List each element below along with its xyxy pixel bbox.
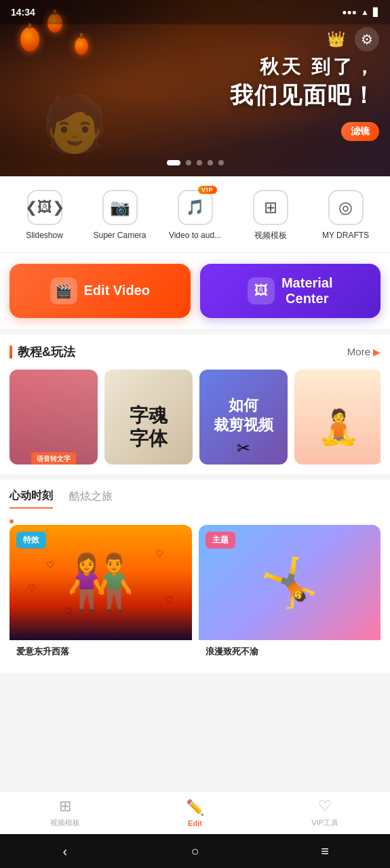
wifi-icon: ▲ [361,7,369,17]
tutorial-card-4-inner: 🧘 [294,370,381,465]
tutorial-title-group: 教程&玩法 [9,344,75,360]
hero-dot-2[interactable] [186,160,191,165]
couple-photo-icon: 🤸 [260,555,319,610]
heart-5: ♡ [165,594,174,605]
drafts-icon-wrap: ◎ [328,190,364,225]
system-nav-bar: ‹ ○ ≡ [0,834,390,868]
nav-item-video-template[interactable]: ⊞ 视频模板 [0,797,130,828]
title-accent-bar [9,345,12,359]
hero-banner: 🧑 👑 ⚙ 秋天 到了， 我们见面吧！ 滤镜 [0,0,390,176]
edit-nav-label: Edit [188,819,202,827]
material-icon: 🖼 [248,277,275,304]
tab-indicator [9,519,381,525]
quick-tools-section: ❮🖼❯ Slideshow 📷 Super Camera 🎵 VIP Video… [0,176,390,253]
tutorial-card-1-inner: 语音转文字功能上新 [9,370,98,465]
material-center-line1: Material [281,275,333,291]
vip-badge: VIP [198,186,217,194]
hero-dot-4[interactable] [208,160,213,165]
tool-super-camera[interactable]: 📷 Super Camera [90,190,151,241]
content-card-1-image: 特效 ♡ ♡ ♡ ♡ ♡ 👫 [9,525,192,640]
slideshow-label: Slideshow [26,231,63,241]
hero-person-silhouette: 🧑 [41,92,109,156]
tab-heartmoment[interactable]: 心动时刻 [9,489,53,509]
template-icon-wrap: ⊞ [253,190,288,225]
edit-nav-icon: ✏️ [186,799,204,816]
tutorial-card-2-inner: 字魂字体 [104,370,193,465]
super-camera-label: Super Camera [93,231,146,241]
hero-dot-3[interactable] [197,160,202,165]
video-template-nav-icon: ⊞ [59,797,71,815]
heart-1: ♡ [46,559,55,570]
video-template-nav-label: 视频模板 [50,818,80,828]
couple-silhouette-icon: 👫 [66,551,134,614]
audio-icon-wrap: 🎵 VIP [178,190,213,225]
edit-video-icon: 🎬 [50,277,77,304]
video-camera-icon: 🎬 [55,283,72,299]
content-card-1[interactable]: 特效 ♡ ♡ ♡ ♡ ♡ 👫 爱意东升西落 [9,525,192,663]
more-arrow-icon: ▶ [373,347,381,357]
tutorial-card-2-text: 字魂字体 [130,404,168,450]
tutorial-section: 教程&玩法 More ▶ 语音转文字功能上新 字魂字体 [0,334,390,474]
content-card-2-title: 浪漫致死不渝 [199,640,381,663]
tutorial-card-3[interactable]: 如何裁剪视频 ✂ [199,370,288,465]
material-image-icon: 🖼 [254,283,268,298]
material-center-text: Material Center [281,275,333,307]
tool-video-to-audio[interactable]: 🎵 VIP Video to aud... [165,190,226,241]
my-drafts-label: MY DRAFTS [322,231,369,241]
home-button[interactable]: ○ [181,837,208,865]
hero-dots [167,160,224,165]
hero-line2: 我们见面吧！ [230,80,376,111]
status-bar: 14:34 ●●● ▲ ▊ [0,0,390,24]
content-card-2[interactable]: 主题 🤸 浪漫致死不渝 [199,525,381,663]
tutorial-card-3-bg: 如何裁剪视频 ✂ [199,370,288,465]
tutorial-scroll: 语音转文字功能上新 字魂字体 如何裁剪视频 ✂ [9,370,381,474]
tool-slideshow[interactable]: ❮🖼❯ Slideshow [14,190,75,241]
scissors-icon: ✂ [237,439,250,458]
music-icon: 🎵 [186,199,204,216]
tutorial-card-3-title: 如何裁剪视频 [214,396,273,435]
vip-tools-nav-icon: ♡ [318,797,332,815]
back-icon: ‹ [62,844,67,859]
content-card-1-title: 爱意东升西落 [9,640,192,663]
hero-text: 秋天 到了， 我们见面吧！ [230,54,376,111]
nav-item-edit[interactable]: ✏️ Edit [130,799,260,827]
action-buttons: 🎬 Edit Video 🖼 Material Center [0,253,390,329]
tutorial-card-4[interactable]: 🧘 [294,370,381,465]
tutorial-header: 教程&玩法 More ▶ [9,344,381,360]
status-icons: ●●● ▲ ▊ [342,7,379,17]
content-card-2-image: 主题 🤸 [199,525,381,640]
edit-video-button[interactable]: 🎬 Edit Video [9,264,191,318]
heart-2: ♡ [28,583,37,593]
person-figure-icon: 🧘 [317,408,359,447]
menu-icon: ≡ [321,844,329,859]
tool-my-drafts[interactable]: ◎ MY DRAFTS [315,190,376,241]
nav-item-vip-tools[interactable]: ♡ VIP工具 [260,797,390,828]
more-link[interactable]: More ▶ [347,346,381,357]
tutorial-card-2[interactable]: 字魂字体 [104,370,193,465]
effect-badge: 特效 [16,532,46,549]
content-tabs-section: 心动时刻 酷炫之旅 [0,479,390,525]
tutorial-card-2-bg: 字魂字体 [104,370,193,465]
settings-button[interactable]: ⚙ [355,27,379,52]
cards-grid: 特效 ♡ ♡ ♡ ♡ ♡ 👫 爱意东升西落 主题 🤸 浪漫致死不渝 [0,525,390,673]
slideshow-icon: ❮🖼❯ [25,199,64,216]
filter-badge[interactable]: 滤镜 [341,122,379,141]
heart-4: ♡ [155,548,164,559]
material-center-line2: Center [281,291,333,307]
material-center-button[interactable]: 🖼 Material Center [200,264,381,318]
hero-dot-1[interactable] [167,160,180,165]
tutorial-card-1[interactable]: 语音转文字功能上新 [9,370,98,465]
crown-icon[interactable]: 👑 [327,31,345,48]
back-button[interactable]: ‹ [52,837,79,865]
hero-dot-5[interactable] [218,160,224,165]
more-label: More [347,346,370,357]
tutorial-card-4-bg: 🧘 [294,370,381,465]
tab-dot-active [9,519,14,524]
tool-video-template[interactable]: ⊞ 视频模板 [240,190,301,241]
tutorial-card-3-inner: 如何裁剪视频 ✂ [199,370,288,465]
video-template-label: 视频模板 [254,231,287,241]
status-time: 14:34 [11,7,35,18]
tab-cooltrip[interactable]: 酷炫之旅 [69,490,113,508]
menu-button[interactable]: ≡ [311,837,338,865]
home-icon: ○ [191,844,199,859]
